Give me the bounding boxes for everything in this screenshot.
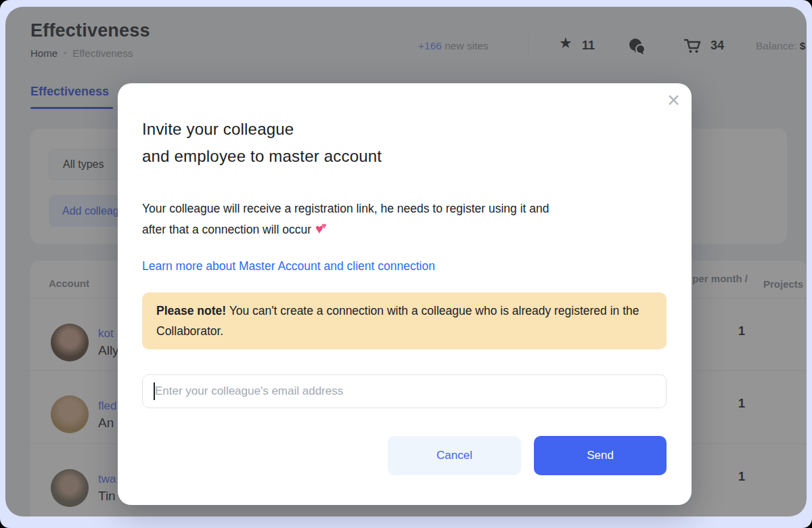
note-bold: Please note! <box>156 304 226 317</box>
close-icon[interactable]: ✕ <box>667 89 681 112</box>
modal-description: Your colleague will receive a registrati… <box>142 198 667 241</box>
modal-actions: Cancel Send <box>142 436 667 475</box>
invite-colleague-modal: ✕ Invite your colleague and employee to … <box>118 83 692 505</box>
email-field-wrap <box>142 374 667 408</box>
send-button[interactable]: Send <box>534 436 667 475</box>
learn-more-link[interactable]: Learn more about Master Account and clie… <box>142 256 667 276</box>
note-text: You can't create a connection with a col… <box>156 304 639 338</box>
email-input[interactable] <box>142 374 667 408</box>
description-line2: after that a connection will occur♥♥ <box>142 219 667 241</box>
text-caret <box>154 382 155 400</box>
note-box: Please note! You can't create a connecti… <box>142 292 667 349</box>
modal-title-line2: and employee to master account <box>142 143 667 170</box>
browser-frame: Effectiveness Home•Effectiveness +166 ne… <box>0 0 812 528</box>
modal-title: Invite your colleague and employee to ma… <box>142 116 667 170</box>
description-line1: Your colleague will receive a registrati… <box>142 198 667 219</box>
modal-title-line1: Invite your colleague <box>142 116 667 143</box>
cancel-button[interactable]: Cancel <box>388 436 521 475</box>
revolving-hearts-emoji: ♥♥ <box>315 219 329 241</box>
